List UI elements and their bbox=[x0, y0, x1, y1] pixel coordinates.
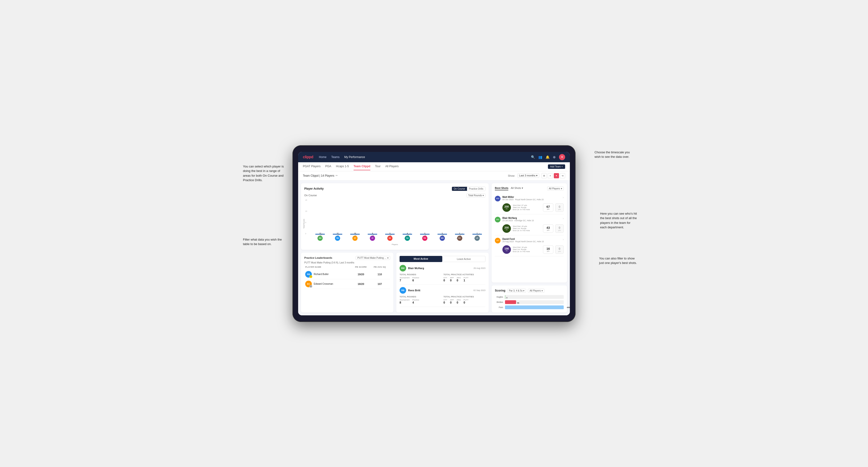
shot-stat-yds-0: 67 yds bbox=[543, 203, 553, 212]
on-course-label: On Course bbox=[304, 194, 317, 197]
rank-badge-silver: 2 bbox=[309, 285, 312, 288]
nav-home[interactable]: Home bbox=[319, 154, 327, 160]
edit-icon[interactable]: ✏ bbox=[336, 174, 338, 177]
list-view-btn[interactable]: ≡ bbox=[548, 173, 553, 178]
people-icon[interactable]: 👥 bbox=[538, 155, 542, 159]
player-activity-header: Player Activity On Course Practice Drill… bbox=[304, 187, 486, 191]
activity-player-left-0: BM Blair McHarg bbox=[400, 265, 424, 272]
activity-player-name-1: Rees Britt bbox=[408, 289, 420, 292]
team-header: Team Clippd | 14 Players ✏ Show: Last 3 … bbox=[298, 171, 570, 181]
team-title-text: Team Clippd | 14 Players bbox=[303, 174, 334, 177]
birdies-fill bbox=[505, 300, 516, 304]
team-title-area: Team Clippd | 14 Players ✏ bbox=[303, 174, 338, 177]
right-column: Best Shots All Shots ▾ All Players ▾ bbox=[492, 183, 567, 312]
drill-selector-btn[interactable]: PUTT Must Make Putting ... ▾ bbox=[356, 256, 390, 260]
add-team-button[interactable]: Add Team + bbox=[548, 164, 565, 169]
activity-rounds-0: Total Rounds Tournament 7 Practice bbox=[400, 273, 441, 282]
shot-stat-yds-1: 43 yds bbox=[543, 224, 553, 233]
scoring-bars-container: Eagles 3 Birdies bbox=[495, 295, 564, 309]
nav-my-performance[interactable]: My Performance bbox=[344, 154, 365, 160]
course-toggle-group: On Course Practice Drills bbox=[452, 187, 486, 191]
rank-badge-gold: 1 bbox=[309, 275, 312, 278]
shots-tabs: Best Shots All Shots ▾ bbox=[495, 187, 523, 190]
shot-player-name-0: Matt Miller bbox=[502, 196, 561, 198]
sub-nav-all-players[interactable]: All Players bbox=[385, 163, 399, 170]
activity-player-header-0: BM Blair McHarg 26 Aug 2023 bbox=[400, 265, 486, 272]
annotation-left-bottom: Filter what data you wish the table to b… bbox=[243, 237, 282, 247]
least-active-tab[interactable]: Least Active bbox=[442, 256, 486, 262]
nav-links: Home Teams My Performance bbox=[319, 154, 525, 160]
top-nav: clippd Home Teams My Performance 🔍 👥 🔔 ⊕… bbox=[298, 152, 570, 162]
shot-chevron-1[interactable]: › bbox=[563, 217, 564, 220]
lb-score-1: 18/20 bbox=[351, 283, 370, 285]
player-activity-title: Player Activity bbox=[304, 187, 323, 190]
sub-nav-team-clippd[interactable]: Team Clippd bbox=[353, 163, 370, 170]
total-rounds-dropdown[interactable]: Total Rounds ▾ bbox=[467, 193, 486, 197]
shot-details-0: 200 SG Shot Dist: 67 yds Start Lie: Roug… bbox=[502, 203, 564, 212]
plus-circle-icon[interactable]: ⊕ bbox=[553, 155, 556, 159]
shot-player-name-1: Blair McHarg bbox=[502, 217, 561, 219]
par-filter-btn[interactable]: Par 3, 4 & 5s ▾ bbox=[507, 289, 526, 293]
shot-badge-2: 198 SG bbox=[502, 245, 511, 254]
grid-view-btn[interactable]: ⊞ bbox=[541, 173, 547, 178]
sub-nav-pga[interactable]: PGA bbox=[325, 163, 331, 170]
all-players-filter[interactable]: All Players ▾ bbox=[547, 187, 564, 191]
bell-icon[interactable]: 🔔 bbox=[546, 155, 550, 159]
activity-practice-1: Total Practice Activities GTT 0 APP bbox=[443, 295, 486, 304]
practice-drills-toggle[interactable]: Practice Drills bbox=[467, 187, 485, 191]
on-course-toggle[interactable]: On Course bbox=[452, 187, 467, 191]
shot-stat-yds-2: 16 yds bbox=[543, 245, 553, 254]
lb-col-pb-score: PB SCORE bbox=[351, 266, 370, 268]
shot-chevron-2[interactable]: › bbox=[563, 238, 564, 241]
activity-player-0: BM Blair McHarg 26 Aug 2023 Total Rounds bbox=[400, 265, 486, 285]
activity-player-1: RB Rees Britt 02 Sep 2023 Total Rounds bbox=[400, 287, 486, 307]
shot-row-2: DF David Ford 24 Aug 2023 · Royal North … bbox=[495, 236, 564, 256]
shot-info-0: Shot Dist: 67 yds Start Lie: Rough End L… bbox=[513, 204, 541, 211]
shot-chevron-0[interactable]: › bbox=[563, 196, 564, 199]
birdies-value: 96 bbox=[517, 302, 519, 304]
time-filter-select[interactable]: Last 3 months ▾ bbox=[518, 173, 539, 178]
shot-player-info-0: Matt Miller 09 Jun 2023 · Royal North De… bbox=[502, 196, 561, 201]
lb-row-1: EC 2 Edward Crossman 18/20 107 bbox=[304, 279, 390, 289]
lb-player-name-0: Richard Butler bbox=[314, 273, 329, 276]
lb-row-0: RB 1 Richard Butler 19/20 110 bbox=[304, 270, 390, 279]
user-avatar[interactable]: U bbox=[559, 154, 565, 160]
shot-player-header-1: BM Blair McHarg 23 Jul 2023 · Ashridge G… bbox=[495, 217, 564, 222]
sub-nav-pgat[interactable]: PGAT Players bbox=[303, 163, 320, 170]
activity-stats-0: Total Rounds Tournament 7 Practice bbox=[400, 273, 486, 282]
y-axis-labels: 15 10 5 0 bbox=[305, 199, 307, 247]
lb-subtitle: PUTT Must Make Putting (3-6 ft), Last 3 … bbox=[304, 261, 390, 264]
nav-teams[interactable]: Teams bbox=[331, 154, 339, 160]
birdies-track: 96 bbox=[505, 300, 564, 304]
scoring-all-players-filter[interactable]: All Players ▾ bbox=[528, 289, 544, 293]
best-shots-header: Best Shots All Shots ▾ All Players ▾ bbox=[495, 187, 564, 191]
best-shots-tab[interactable]: Best Shots bbox=[495, 187, 508, 190]
sub-nav-hcaps[interactable]: Hcaps 1-5 bbox=[336, 163, 349, 170]
activity-practice-0: Total Practice Activities GTT 0 APP bbox=[443, 273, 486, 282]
sub-nav-tour[interactable]: Tour bbox=[375, 163, 380, 170]
table-view-btn[interactable]: ≔ bbox=[560, 173, 565, 178]
bar-group-8: 2 bbox=[451, 232, 468, 235]
left-column: Player Activity On Course Practice Drill… bbox=[301, 183, 489, 312]
scoring-title: Scoring bbox=[495, 289, 505, 292]
shot-details-1: 200 SG Shot Dist: 43 yds Start Lie: Roug… bbox=[502, 224, 564, 233]
lb-avatar-1: EC 2 bbox=[305, 281, 312, 287]
logo: clippd bbox=[303, 155, 313, 159]
most-active-tab[interactable]: Most Active bbox=[400, 256, 442, 262]
all-shots-tab[interactable]: All Shots ▾ bbox=[511, 187, 523, 190]
shot-player-meta-1: 23 Jul 2023 · Ashridge GC, Hole 15 bbox=[502, 219, 561, 222]
shot-player-header-2: DF David Ford 24 Aug 2023 · Royal North … bbox=[495, 238, 564, 243]
search-icon[interactable]: 🔍 bbox=[531, 155, 535, 159]
shot-badge-1: 200 SG bbox=[502, 224, 511, 233]
scoring-bar-eagles: Eagles 3 bbox=[495, 295, 564, 299]
pars-track: 499 bbox=[505, 305, 564, 309]
annotation-right-mid: Here you can see who's hit the best shot… bbox=[600, 211, 637, 230]
shot-stat-zero-1: 0 yds bbox=[555, 224, 564, 233]
shot-player-meta-2: 24 Aug 2023 · Royal North Devon GC, Hole… bbox=[502, 240, 561, 243]
card-view-btn[interactable]: ♥ bbox=[554, 173, 559, 178]
activity-rounds-1: Total Rounds Tournament 8 Practice bbox=[400, 295, 441, 304]
eagles-label: Eagles bbox=[495, 296, 503, 298]
shot-player-info-1: Blair McHarg 23 Jul 2023 · Ashridge GC, … bbox=[502, 217, 561, 222]
main-content: Player Activity On Course Practice Drill… bbox=[298, 181, 570, 315]
leaderboard-header: Practice Leaderboards PUTT Must Make Put… bbox=[304, 256, 390, 260]
